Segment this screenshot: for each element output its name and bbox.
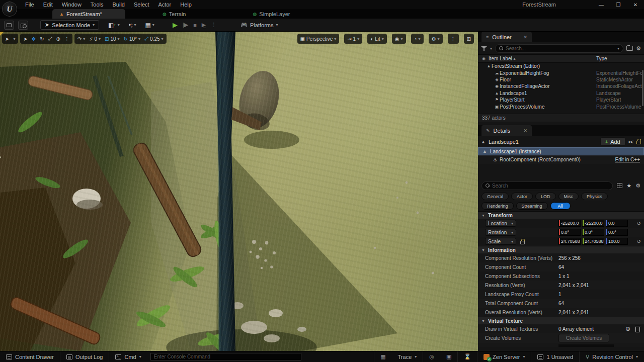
table-row[interactable]: ▲ Landscape1 Landscape (478, 90, 644, 97)
show-flags-dropdown[interactable]: ◉ ▾ (392, 34, 406, 44)
close-button[interactable]: ✕ (627, 0, 644, 9)
rotation-y-field[interactable]: 0.0° (582, 229, 604, 236)
menu-edit[interactable]: Edit (39, 1, 57, 9)
scale-tool[interactable]: ⤢ (48, 36, 52, 42)
chip-misc[interactable]: Misc (558, 193, 579, 200)
add-actor-dropdown[interactable]: ◧+▾ (108, 22, 120, 29)
select-tool[interactable]: ➤ (23, 36, 27, 42)
menu-tools[interactable]: Tools (87, 1, 108, 9)
location-y-field[interactable]: -25200.0 (582, 220, 604, 227)
tab-outliner[interactable]: ≡ Outliner ✕ (481, 32, 532, 42)
table-row[interactable]: ⚑ PlayerStart PlayerStart (478, 97, 644, 103)
console-command-input[interactable] (151, 353, 301, 360)
scale-y-field[interactable]: 24.705883 (582, 238, 604, 245)
scale-snap-dropdown[interactable]: ⤢ 0.25 ▾ (144, 36, 163, 42)
insights-icon[interactable]: ▦ (374, 351, 391, 362)
scale-dropdown[interactable]: Scale▾ (485, 238, 516, 245)
more-tools-icon[interactable]: ⋮ (64, 36, 69, 42)
revision-control-dropdown[interactable]: ⑂ Revision Control ▾ (580, 351, 644, 362)
world-space-toggle[interactable]: ⊕ (56, 36, 60, 42)
scale-x-field[interactable]: 24.705883 (558, 238, 581, 245)
move-tool[interactable]: ✥ (32, 36, 36, 42)
menu-file[interactable]: File (21, 1, 38, 9)
grid-snap-dropdown[interactable]: ⊞ 10 ▾ (105, 36, 120, 42)
screenshot-icon[interactable]: ◎ (423, 351, 440, 362)
surface-snap-dropdown[interactable]: ↷ ▾ (77, 36, 85, 42)
reset-icon[interactable]: ↺ (637, 221, 641, 226)
rotation-dropdown[interactable]: Rotation▾ (485, 229, 516, 236)
new-folder-icon[interactable] (626, 46, 633, 51)
location-x-field[interactable]: -25200.0 (558, 220, 581, 227)
play-options-icon[interactable]: ⋮ (211, 22, 216, 28)
zen-server-dropdown[interactable]: Zen Server ▾ (477, 351, 531, 362)
column-item-label[interactable]: Item Label (489, 56, 512, 61)
component-row-selected[interactable]: ▲ Landscape1 (Instance) (478, 147, 644, 155)
cinematics-dropdown[interactable]: ▦▾ (145, 22, 154, 29)
launch-button[interactable]: ▶̲ (202, 22, 206, 28)
rotation-snap-dropdown[interactable]: ↻ 10° ▾ (124, 36, 141, 42)
chip-actor[interactable]: Actor (511, 193, 533, 200)
visibility-column-icon[interactable]: ◉ (482, 56, 486, 61)
stop-button[interactable]: ■ (193, 22, 197, 28)
edit-in-cpp-link[interactable]: Edit in C++ (615, 157, 640, 162)
tab-terrain[interactable]: ◍ Terrain (155, 9, 193, 19)
rotation-x-field[interactable]: 0.0° (558, 229, 581, 236)
viewport-options-icon[interactable]: ⋮ (448, 34, 459, 44)
capture-icon[interactable]: ▣ (440, 351, 458, 362)
close-icon[interactable]: ✕ (523, 35, 527, 40)
viewport-mode-dropdown[interactable]: ➤▾ (2, 34, 18, 44)
trace-dropdown[interactable]: Trace ▾ (392, 351, 424, 362)
tab-simplelayer[interactable]: ◍ SimpleLayer (246, 9, 297, 19)
create-volumes-button[interactable]: Create Volumes (558, 334, 609, 342)
editor-mode-dropdown[interactable]: ➤ Selection Mode ▾ (40, 20, 99, 30)
chip-lod[interactable]: LOD (535, 193, 556, 200)
scale-lock-icon[interactable] (520, 241, 525, 244)
maximize-viewport-button[interactable]: ⊞ (464, 34, 474, 44)
rotate-tool[interactable]: ↻ (40, 36, 44, 42)
table-row[interactable]: ▣ PostProcessVolume PostProcessVolume (478, 103, 644, 110)
blueprints-dropdown[interactable]: •⦂▾ (129, 22, 136, 29)
minimize-button[interactable]: — (593, 0, 610, 9)
snap-plane-dropdown[interactable]: ⚡ 0 ▾ (89, 36, 101, 42)
save-button[interactable] (4, 21, 14, 30)
menu-window[interactable]: Window (58, 1, 86, 9)
blueprint-convert-icon[interactable]: •< (628, 139, 633, 145)
location-z-field[interactable]: 0.0 (606, 220, 628, 227)
section-virtual-texture[interactable]: ▼ Virtual Texture (478, 317, 644, 324)
filter-icon[interactable] (481, 46, 487, 51)
component-row-root[interactable]: ⚓ RootComponent (RootComponent0) Edit in… (478, 155, 644, 164)
favorites-icon[interactable]: ★ (626, 183, 631, 189)
output-log-button[interactable]: Output Log (60, 351, 109, 362)
platforms-dropdown[interactable]: 🎮 Platforms ▾ (240, 22, 278, 28)
table-row[interactable]: ◉ InstancedFoliageActor InstancedFoliage… (478, 83, 644, 89)
column-type[interactable]: Type (596, 56, 607, 61)
section-information[interactable]: ▼ Information (478, 246, 644, 253)
tab-foreststream[interactable]: ▲ ForestStream* (52, 9, 125, 19)
section-transform[interactable]: ▼ Transform (478, 211, 644, 219)
outliner-search-input[interactable] (506, 46, 615, 51)
screen-percentage-dropdown[interactable]: ⇥ 1 ▾ (344, 34, 362, 44)
outliner-settings-icon[interactable]: ⚙ (636, 45, 641, 52)
outliner-searchbox[interactable]: ▾ (495, 44, 623, 53)
details-searchbox[interactable] (481, 182, 613, 190)
restore-button[interactable]: ❐ (610, 0, 627, 9)
tab-details[interactable]: ✎ Details ✕ (481, 125, 532, 136)
chip-all[interactable]: All (550, 202, 571, 210)
viewport-settings-dropdown[interactable]: ⚙ ▾ (429, 34, 443, 44)
menu-help[interactable]: Help (176, 1, 196, 9)
display-options-icon[interactable] (617, 183, 622, 188)
background-tasks-icon[interactable]: ⌛ (458, 351, 477, 362)
play-button[interactable]: ▶ (173, 21, 178, 29)
reset-icon[interactable]: ↺ (637, 239, 641, 244)
rotation-z-field[interactable]: 0.0° (606, 229, 628, 236)
add-element-icon[interactable]: ⊕ (625, 325, 630, 332)
performance-dropdown[interactable]: ◔ ▾ (411, 34, 424, 44)
view-mode-dropdown[interactable]: ◐ Lit ▾ (367, 34, 387, 44)
table-row[interactable]: ◈ Floor StaticMeshActor (478, 76, 644, 83)
add-component-button[interactable]: +Add (600, 137, 625, 146)
menu-actor[interactable]: Actor (154, 1, 176, 9)
table-row[interactable]: ▲ ForestStream (Editor) (478, 63, 644, 69)
lock-icon[interactable] (636, 141, 641, 144)
menu-select[interactable]: Select (130, 1, 153, 9)
step-button[interactable]: |▶ (183, 22, 188, 28)
